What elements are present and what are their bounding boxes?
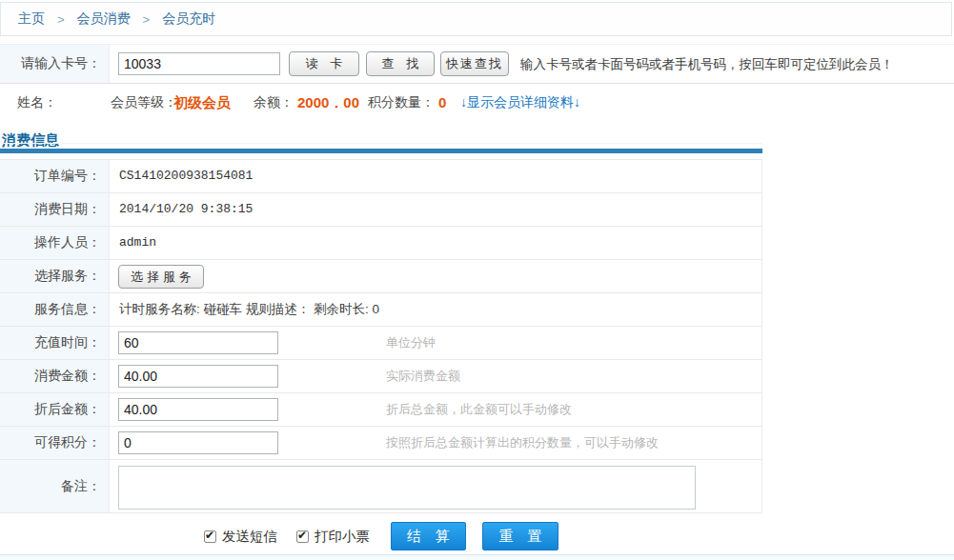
select-service-button[interactable]: 选择服务 [118,265,204,289]
card-number-label: 请输入卡号： [0,45,110,83]
breadcrumb: 主页 > 会员消费 > 会员充时 [0,2,952,36]
print-receipt-checkbox[interactable] [296,530,309,543]
recharge-time-hint: 单位分钟 [386,327,436,359]
consumption-form: 订单编号： CS1410200938154081 消费日期： 2014/10/2… [0,159,762,513]
discount-amount-label: 折后金额： [0,393,110,426]
balance-label: 余额： [254,84,294,121]
service-info-row: 服务信息： 计时服务名称: 碰碰车 规则描述： 剩余时长: 0 [0,293,761,327]
operator-label: 操作人员： [0,227,110,259]
order-number-value: CS1410200938154081 [119,160,253,192]
select-service-row: 选择服务： 选择服务 [0,260,761,293]
discount-amount-hint: 折后总金额，此金额可以手动修改 [386,393,572,426]
find-button[interactable]: 查 找 [366,51,435,76]
points-earned-hint: 按照折后总金额计算出的积分数量，可以手动修改 [386,427,659,459]
remark-row: 备注： [0,460,761,513]
breadcrumb-member-recharge[interactable]: 会员充时 [162,10,215,28]
select-service-label: 选择服务： [0,260,110,292]
settle-button[interactable]: 结 算 [391,522,466,550]
remark-textarea[interactable] [118,466,696,510]
send-sms-checkbox[interactable] [204,530,216,543]
recharge-time-label: 充值时间： [0,327,110,359]
consume-amount-label: 消费金额： [0,360,110,392]
service-info-value: 计时服务名称: 碰碰车 规则描述： 剩余时长: 0 [119,293,379,326]
points-label: 积分数量： [368,84,435,121]
read-card-button[interactable]: 读 卡 [289,51,359,76]
card-number-input[interactable] [118,52,280,75]
reset-button[interactable]: 重 置 [482,522,558,550]
balance-value: 2000．00 [297,84,359,121]
member-info-row: 姓名： 会员等级： 初级会员 余额： 2000．00 积分数量： 0 ↓显示会员… [0,84,954,121]
quick-search-button[interactable]: 快速查找 [440,51,509,76]
card-search-hint: 输入卡号或者卡面号码或者手机号码，按回车即可定位到此会员！ [520,45,894,85]
consume-date-label: 消费日期： [0,193,110,226]
operator-value: admin [119,227,156,259]
discount-amount-input[interactable] [118,398,278,421]
order-number-label: 订单编号： [0,160,110,192]
level-label: 会员等级： [111,84,177,121]
breadcrumb-separator: > [143,12,151,27]
bottom-divider [0,554,954,560]
card-search-row: 请输入卡号： 读 卡 查 找 快速查找 输入卡号或者卡面号码或者手机号码，按回车… [0,44,954,84]
breadcrumb-separator: > [57,12,65,27]
operator-row: 操作人员： admin [0,227,761,260]
consume-date-row: 消费日期： 2014/10/20 9:38:15 [0,193,761,227]
section-title: 消费信息 [2,131,59,150]
footer-actions: 发送短信 打印小票 结 算 重 置 [0,518,954,554]
recharge-time-row: 充值时间： 单位分钟 [0,327,761,360]
print-receipt-label: 打印小票 [315,518,370,554]
recharge-time-input[interactable] [118,331,278,354]
consume-date-value: 2014/10/20 9:38:15 [119,193,253,226]
breadcrumb-home[interactable]: 主页 [18,10,45,28]
discount-amount-row: 折后金额： 折后总金额，此金额可以手动修改 [0,393,761,427]
points-earned-input[interactable] [118,431,278,454]
send-sms-label: 发送短信 [222,518,277,554]
remark-label: 备注： [0,460,110,512]
order-number-row: 订单编号： CS1410200938154081 [0,160,761,193]
points-earned-label: 可得积分： [0,427,110,459]
breadcrumb-member-consume[interactable]: 会员消费 [77,10,131,28]
consume-amount-hint: 实际消费金额 [386,360,460,392]
show-member-detail-link[interactable]: ↓显示会员详细资料↓ [460,84,580,121]
consume-amount-input[interactable] [118,365,278,388]
service-info-label: 服务信息： [0,293,110,326]
consume-amount-row: 消费金额： 实际消费金额 [0,360,761,393]
points-earned-row: 可得积分： 按照折后总金额计算出的积分数量，可以手动修改 [0,427,761,460]
section-divider-line [0,143,762,144]
level-value: 初级会员 [173,84,231,121]
name-label: 姓名： [17,84,57,121]
section-accent-bar [0,149,762,153]
points-value: 0 [438,84,446,121]
